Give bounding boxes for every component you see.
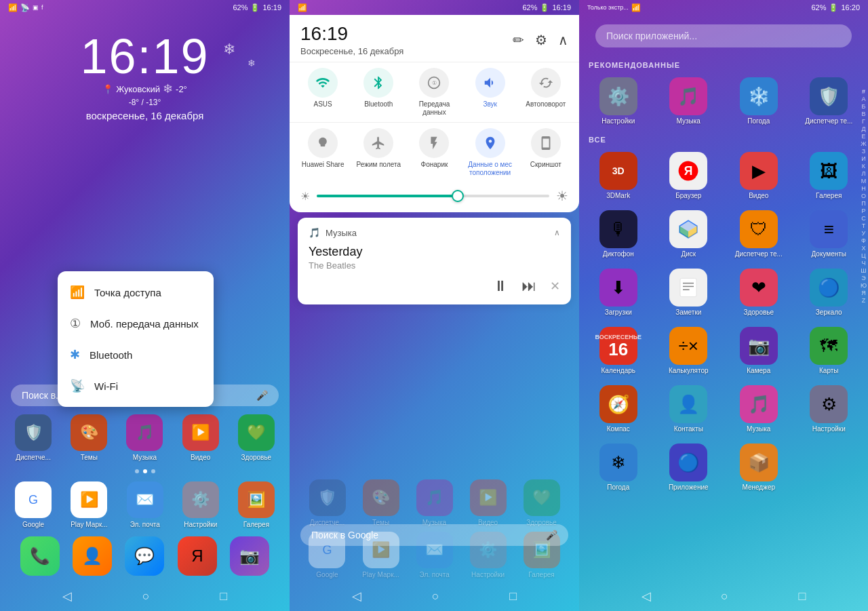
drawer-video[interactable]: ▶ Видео [725,148,793,203]
nav-recent-p3[interactable]: □ [798,589,806,604]
alpha-p[interactable]: П [861,200,865,207]
context-item-bluetooth[interactable]: ✱ Bluetooth [58,339,214,370]
alpha-u[interactable]: У [862,230,866,237]
dock-contacts[interactable]: 👤 [73,536,112,576]
music-pause-btn[interactable]: ⏸ [493,277,508,295]
drawer-camera[interactable]: 📷 Камера [725,323,793,378]
alpha-s[interactable]: С [861,215,866,222]
qt-airplane[interactable]: Режим полета [354,128,403,169]
app-playstore[interactable]: ▶️ Play Марк... [71,481,108,528]
nav-back-p3[interactable]: ◁ [642,589,651,604]
alpha-zh[interactable]: Ж [861,140,866,147]
alpha-d[interactable]: Д [861,125,865,132]
app-disp[interactable]: 🛡️ Диспетче... [15,414,52,461]
alpha-n[interactable]: Н [861,185,866,192]
drawer-downloads[interactable]: ⬇ Загрузки [585,264,652,320]
alpha-z[interactable]: З [862,148,865,155]
drawer-disk[interactable]: Диск [655,206,723,262]
nav-home-p1[interactable]: ○ [142,589,150,604]
drawer-weather-rec[interactable]: ❄️ Погода [725,73,793,129]
drawer-maps[interactable]: 🗺 Карты [795,323,863,378]
dock-messages[interactable]: 💬 [125,536,164,576]
app-settings[interactable]: ⚙️ Настройки [182,481,219,528]
alpha-t[interactable]: Т [862,222,866,229]
alpha-g[interactable]: Г [862,118,865,125]
qt-huawei-share[interactable]: Huawei Share [298,128,347,169]
drawer-app2[interactable]: 🔵 Приложение [655,439,723,495]
context-item-data[interactable]: ① Моб. передача данных [58,308,214,339]
settings-icon-notif[interactable]: ⚙ [535,32,547,48]
music-expand-icon[interactable]: ∧ [554,228,560,237]
alpha-yu[interactable]: Ю [861,282,867,289]
nav-home-p3[interactable]: ○ [721,589,728,604]
drawer-music-all[interactable]: 🎵 Музыка [725,381,793,437]
qt-flashlight[interactable]: Фонарик [410,128,458,169]
brightness-thumb[interactable] [452,190,464,202]
p2-mic-icon[interactable]: 🎤 [546,530,557,540]
context-item-hotspot[interactable]: 📶 Точка доступа [58,277,214,308]
alpha-i[interactable]: И [861,155,865,162]
drawer-notes[interactable]: Заметки [655,264,723,320]
alpha-ch[interactable]: Ч [861,260,865,267]
edit-icon[interactable]: ✏ [513,32,524,48]
alpha-kh[interactable]: Х [861,245,865,252]
p2-search-bar[interactable]: Поиск в Google 🎤 [300,524,568,546]
drawer-weather-all[interactable]: ❄ Погода [585,439,652,495]
qt-autorotate[interactable]: Автоповорот [521,68,570,109]
alpha-r[interactable]: Р [861,208,865,214]
alpha-l[interactable]: Л [862,170,866,177]
alpha-ya[interactable]: Я [861,290,866,296]
app-music-p1[interactable]: 🎵 Музыка [126,414,163,461]
music-close-btn[interactable]: ✕ [550,279,560,294]
drawer-music-rec[interactable]: 🎵 Музыка [655,73,723,129]
qt-data[interactable]: ① Передачаданных [410,68,458,117]
alpha-k[interactable]: К [862,163,865,170]
alpha-o[interactable]: О [861,193,866,199]
drawer-compass[interactable]: 🧭 Компас [585,381,652,437]
alpha-f[interactable]: Ф [861,237,866,244]
p3-search-bar[interactable]: Поиск приложений... [595,24,852,47]
drawer-3dmark[interactable]: 3D 3DMark [585,148,652,203]
nav-back-p1[interactable]: ◁ [62,589,72,604]
drawer-disp-rec[interactable]: 🛡️ Диспетчер те... [795,73,863,129]
nav-recent-p1[interactable]: □ [220,589,227,604]
alpha-v[interactable]: В [861,111,865,117]
nav-recent-p2[interactable]: □ [509,589,517,604]
drawer-calculator[interactable]: ÷× Калькулятор [655,323,723,378]
drawer-settings1[interactable]: ⚙️ Настройки [585,73,652,129]
alpha-a[interactable]: А [861,96,865,102]
qt-screenshot[interactable]: Скриншот [521,128,570,169]
app-google[interactable]: G Google [15,481,52,528]
drawer-settings-all[interactable]: ⚙ Настройки [795,381,863,437]
drawer-mirror[interactable]: 🔵 Зеркало [795,264,863,320]
alpha-b[interactable]: Б [862,103,866,110]
alpha-e2[interactable]: Э [861,275,865,281]
app-health-p1[interactable]: 💚 Здоровье [238,414,275,461]
drawer-calendar[interactable]: воскресенье 16 Календарь [585,323,652,378]
drawer-gallery[interactable]: 🖼 Галерея [795,148,863,203]
app-video-p1[interactable]: ▶️ Видео [182,414,219,461]
app-gallery[interactable]: 🖼️ Галерея [238,481,275,528]
context-item-wifi[interactable]: 📡 Wi-Fi [58,370,214,401]
nav-back-p2[interactable]: ◁ [352,589,361,604]
drawer-docs[interactable]: ≡ Документы [795,206,863,262]
drawer-contacts[interactable]: 👤 Контакты [655,381,723,437]
app-email[interactable]: ✉️ Эл. почта [127,481,163,528]
drawer-dispetcher[interactable]: 🛡 Диспетчер те... [725,206,793,262]
alpha-hash[interactable]: # [862,88,865,95]
qt-sound[interactable]: Звук [466,68,515,109]
alpha-sh[interactable]: Ш [861,267,866,274]
alpha-e[interactable]: Е [861,133,865,140]
alpha-m[interactable]: М [861,178,867,184]
alpha-Z[interactable]: Z [862,297,866,304]
alpha-ts[interactable]: Ц [861,252,866,259]
collapse-icon[interactable]: ∧ [558,32,568,48]
qt-bluetooth[interactable]: Bluetooth [354,68,403,109]
qt-location[interactable]: Данные о мес тоположении [466,128,515,177]
nav-home-p2[interactable]: ○ [432,589,439,604]
music-next-btn[interactable]: ⏭ [521,277,536,295]
drawer-browser[interactable]: Я Браузер [655,148,723,203]
dock-camera[interactable]: 📷 [230,536,269,576]
drawer-dictaphone[interactable]: 🎙 Диктофон [585,206,652,262]
dock-yandex[interactable]: Я [178,536,217,576]
